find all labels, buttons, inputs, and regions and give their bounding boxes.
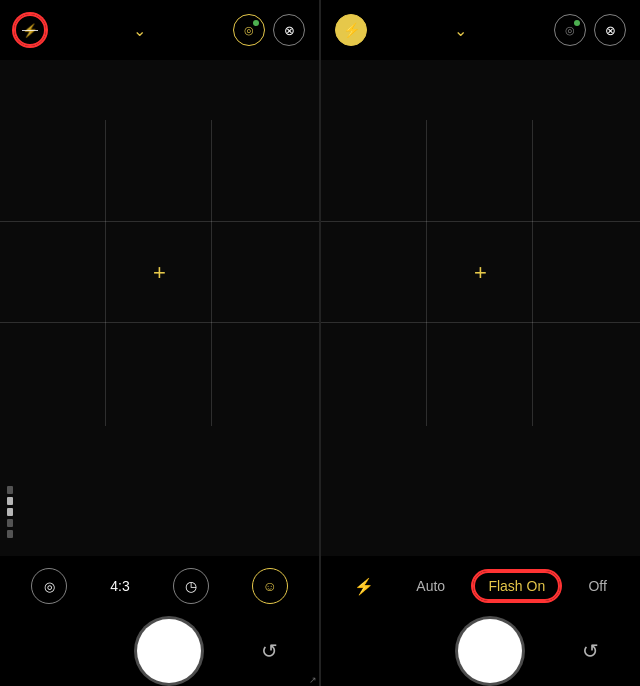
left-flash-off-icon[interactable]: ⚡ [14,14,46,46]
flash-on-option[interactable]: Flash On [473,571,560,601]
flash-off-label: Off [588,578,606,594]
right-live-btn-wrapper: ◎ [554,14,586,46]
flash-options-bar: ⚡ Auto Flash On Off [321,556,640,616]
left-level-indicator [6,486,14,546]
flash-icon-btn[interactable]: ⚡ [340,571,388,602]
level-bar-3 [7,508,13,516]
flash-auto-label: Auto [416,578,445,594]
right-top-center: ⌄ [454,21,467,40]
right-camera-grid: + [321,120,640,426]
right-settings-icon[interactable]: ⊗ [594,14,626,46]
left-live-ctrl-icon[interactable]: ◎ ↗ [31,568,67,604]
left-live-btn-wrapper: ◎ [233,14,265,46]
right-bottom-bar: ⚡ Auto Flash On Off ↺ [321,556,640,686]
right-top-right: ◎ ⊗ [554,14,626,46]
left-bottom-controls: ◎ ↗ 4:3 ◷ ☺ [0,556,319,616]
left-face-icon[interactable]: ☺ [252,568,288,604]
left-settings-icon[interactable]: ⊗ [273,14,305,46]
flash-on-label: Flash On [488,578,545,594]
level-bar-4 [7,519,13,527]
right-camera-area: + [321,60,640,556]
right-top-bar: ⚡ ⌄ ◎ ⊗ [321,0,640,60]
right-flash-on-icon[interactable]: ⚡ [335,14,367,46]
level-bar-1 [7,486,13,494]
left-camera-area: + [0,60,319,556]
right-panel: + ⚡ ⌄ ◎ ⊗ ⚡ [320,0,640,686]
flash-auto-option[interactable]: Auto [402,572,459,600]
left-shutter-button[interactable] [137,619,201,683]
right-flip-icon[interactable]: ↺ [582,639,599,663]
flash-off-option[interactable]: Off [574,572,620,600]
left-top-right: ◎ ⊗ [233,14,305,46]
right-crosshair: + [474,262,487,284]
left-top-bar: ⚡ ⌄ ◎ ⊗ [0,0,319,60]
left-green-dot [253,20,259,26]
flash-bolt-icon: ⚡ [354,577,374,596]
right-green-dot [574,20,580,26]
left-shutter-row: ↺ [0,616,319,686]
left-bottom-bar: ◎ ↗ 4:3 ◷ ☺ ↺ [0,556,319,686]
left-camera-grid: + [0,120,319,426]
left-ratio-label[interactable]: 4:3 [110,578,129,594]
left-top-center: ⌄ [133,21,146,40]
right-shutter-button[interactable] [458,619,522,683]
right-live-icon[interactable]: ◎ [554,14,586,46]
left-flash-btn-wrapper: ⚡ [14,14,46,46]
right-chevron-icon[interactable]: ⌄ [454,21,467,40]
level-bar-5 [7,530,13,538]
left-panel: + ⚡ ⌄ ◎ ⊗ [0,0,320,686]
left-timer-icon[interactable]: ◷ [173,568,209,604]
right-shutter-row: ↺ [321,616,640,686]
level-bar-2 [7,497,13,505]
left-chevron-icon[interactable]: ⌄ [133,21,146,40]
left-crosshair: + [153,262,166,284]
left-live-icon[interactable]: ◎ [233,14,265,46]
left-flip-icon[interactable]: ↺ [261,639,278,663]
